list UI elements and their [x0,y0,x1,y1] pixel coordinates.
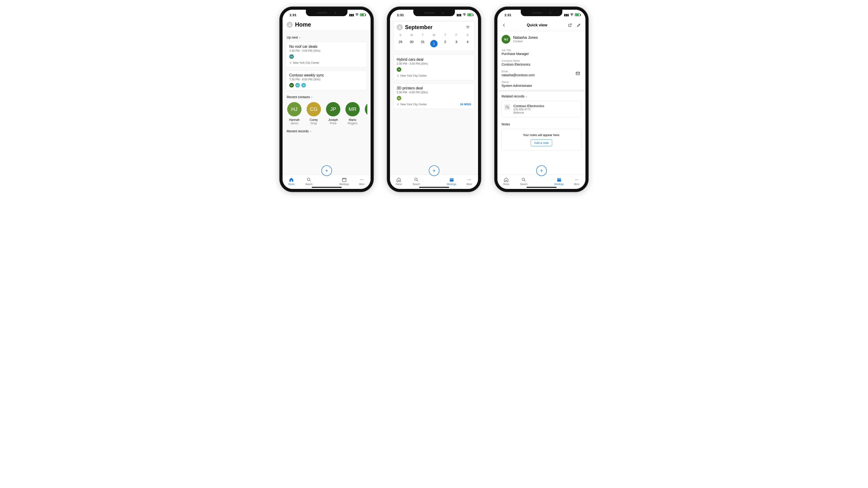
section-up-next[interactable]: Up next › [286,34,367,41]
cellular-icon: ▮▮▮ [457,13,461,17]
more-icon [467,177,472,182]
send-email-button[interactable] [575,70,581,77]
contact-chip[interactable]: JP JosephPrice [325,102,341,125]
related-record-card[interactable]: Contoso Electronics 425-555-4773 Bellevu… [501,101,582,117]
meeting-card[interactable]: Contoso weekly sync 7:30 PM - 8:00 PM (3… [286,70,367,91]
contact-chip[interactable]: CG CoreyGray [306,102,322,125]
contact-type: Contact [513,40,538,43]
chevron-left-icon [502,23,506,27]
more-icon [574,177,579,182]
section-recent-contacts[interactable]: Recent contacts › [286,93,367,101]
profile-avatar-icon[interactable] [287,22,293,28]
nav-more[interactable]: More [355,177,369,186]
calendar-day[interactable]: 2 [440,38,451,49]
contact-avatar: N [365,102,367,117]
home-indicator[interactable] [312,187,342,188]
status-time: 1:31 [397,13,404,17]
chevron-right-icon: › [311,95,312,99]
profile-avatar-icon[interactable] [397,24,403,30]
meeting-card[interactable]: 3D printers deal 5:30 PM - 6:00 PM (30m)… [393,83,475,109]
phone-meetings: 1:31 ▮▮▮ September [387,7,481,192]
svg-point-10 [468,179,468,180]
search-icon [414,177,419,182]
nav-meetings[interactable]: Meetings [552,177,566,186]
contact-chip[interactable]: MR MarioRogers [344,102,361,125]
meeting-title: 3D printers deal [397,86,471,90]
search-icon [306,177,311,182]
back-button[interactable] [501,22,507,29]
attendee-row: CO [289,54,364,59]
nav-meetings[interactable]: Meetings [445,177,459,186]
svg-point-12 [470,179,471,180]
svg-point-5 [363,179,364,180]
section-related-records[interactable]: Related records › [497,92,585,99]
svg-point-3 [360,179,361,180]
home-indicator[interactable] [419,187,449,188]
add-note-button[interactable]: Add a note [531,139,552,146]
calendar-day-selected[interactable]: 1 [428,38,439,49]
section-notes: Notes [497,119,585,127]
field-email: Email natasha@contoso.com [497,69,585,79]
svg-point-11 [469,179,469,180]
nav-home[interactable]: Home [284,177,298,186]
calendar-day[interactable]: 29 [395,38,406,49]
nav-search[interactable]: Search [302,177,316,186]
home-header: Home [283,20,371,31]
calendar-day[interactable]: 3 [451,38,462,49]
calendar-day[interactable]: 30 [406,38,417,49]
fab-add-button[interactable] [321,165,332,176]
nav-more[interactable]: More [462,177,476,186]
field-job-title: Job Title Purchase Manager [497,47,585,58]
device-notch [413,10,455,16]
fab-add-button[interactable] [536,165,547,176]
contact-avatar: JP [326,102,340,117]
meeting-title: Contoso weekly sync [289,73,364,77]
countdown-badge: 34 MINS [460,103,471,106]
wifi-icon [463,13,466,17]
meeting-title: No roof car deals [289,44,364,49]
contacts-row[interactable]: HJ HannahJarvis CG CoreyGray JP JosephPr… [286,101,367,128]
meeting-title: Hybrid cars deal [397,58,471,62]
home-icon [504,177,509,182]
contact-avatar: HJ [287,102,302,117]
status-time: 1:31 [289,13,297,17]
open-external-icon [568,23,572,27]
nav-search[interactable]: Search [517,177,531,186]
search-icon [521,177,526,182]
status-time: 1:31 [504,13,511,17]
nav-home[interactable]: Home [392,177,406,186]
contact-chip[interactable]: HJ HannahJarvis [286,102,303,125]
attendee-avatar: JP [397,67,401,72]
phone-quickview: 1:31 ▮▮▮ Quick view NJ [495,7,588,192]
section-recent-records[interactable]: Recent records › [286,128,367,135]
home-icon [396,177,401,182]
edit-button[interactable] [575,22,582,29]
contact-chip[interactable]: N NatJo [364,102,367,125]
meetings-content[interactable]: September S M T W T F S 29 30 31 [390,20,478,189]
nav-home[interactable]: Home [499,177,513,186]
meeting-card[interactable]: Hybrid cars deal 2:30 PM - 3:00 PM (30m)… [393,55,475,80]
fab-add-button[interactable] [429,165,439,176]
open-external-button[interactable] [566,22,574,29]
filter-icon[interactable] [464,24,471,31]
calendar-day[interactable]: 4 [462,38,473,49]
device-notch [306,10,347,16]
meeting-time: 2:30 PM - 3:00 PM (30m) [289,49,364,53]
calendar-day[interactable]: 31 [417,38,428,49]
nav-search[interactable]: Search [409,177,423,186]
location-icon [397,74,399,77]
more-icon [359,177,364,182]
svg-point-16 [575,179,576,180]
building-icon [504,104,510,110]
chevron-right-icon: › [299,36,300,39]
home-indicator[interactable] [527,187,557,188]
pencil-icon [577,23,581,27]
page-title: Home [295,21,311,28]
nav-meetings[interactable]: Meetings [337,177,351,186]
nav-more[interactable]: More [570,177,584,186]
plus-icon [539,168,544,173]
battery-icon [467,13,473,16]
plus-icon [432,168,436,173]
svg-rect-9 [450,178,454,182]
meeting-card[interactable]: No roof car deals 2:30 PM - 3:00 PM (30m… [286,41,367,67]
